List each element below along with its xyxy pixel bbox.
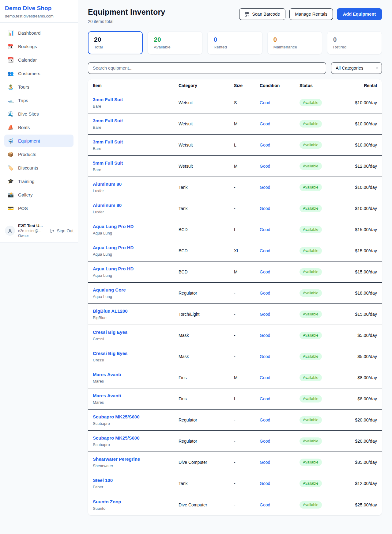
category-select[interactable]: All Categories	[331, 62, 382, 74]
condition-link[interactable]: Good	[260, 481, 270, 486]
sidebar-item-label: Tours	[18, 84, 29, 90]
condition-link[interactable]: Good	[260, 291, 270, 296]
condition-link[interactable]: Good	[260, 312, 270, 317]
item-name-link[interactable]: Aqua Lung Pro HD	[93, 245, 134, 250]
condition-link[interactable]: Good	[260, 418, 270, 422]
item-category: BCD	[179, 269, 234, 274]
condition-link[interactable]: Good	[260, 143, 270, 147]
item-name-link[interactable]: Mares Avanti	[93, 372, 121, 377]
condition-link[interactable]: Good	[260, 375, 270, 380]
item-category: Mask	[179, 333, 234, 338]
stat-card-rented[interactable]: 0 Rented	[207, 31, 262, 54]
sign-out-button[interactable]: Sign Out	[50, 228, 74, 233]
sidebar-item-boats[interactable]: ⛵Boats	[4, 121, 74, 133]
calendar-icon: 📅	[7, 44, 14, 49]
condition-link[interactable]: Good	[260, 439, 270, 444]
sidebar-item-dive-sites[interactable]: 🌊Dive Sites	[4, 108, 74, 120]
item-brand: Bare	[93, 146, 179, 151]
item-brand: Luxfer	[93, 189, 179, 193]
sidebar-item-training[interactable]: 🎓Training	[4, 175, 74, 187]
condition-link[interactable]: Good	[260, 333, 270, 338]
condition-link[interactable]: Good	[260, 354, 270, 359]
sidebar-item-dashboard[interactable]: 📊Dashboard	[4, 27, 74, 39]
item-name-link[interactable]: 3mm Full Suit	[93, 97, 123, 102]
item-name-link[interactable]: Shearwater Peregrine	[93, 456, 140, 462]
item-brand: Luxfer	[93, 210, 179, 214]
rental-price: $15.00/day	[349, 227, 377, 232]
sidebar-item-bookings[interactable]: 📅Bookings	[4, 40, 74, 52]
item-name-link[interactable]: Suunto Zoop	[93, 499, 121, 504]
condition-link[interactable]: Good	[260, 269, 270, 274]
item-name-link[interactable]: Steel 100	[93, 478, 113, 483]
sidebar-item-pos[interactable]: 💳POS	[4, 202, 74, 214]
item-name-link[interactable]: Aqualung Core	[93, 287, 126, 292]
item-brand: Scubapro	[93, 442, 179, 447]
stat-card-available[interactable]: 20 Available	[148, 31, 202, 54]
sidebar-item-calendar[interactable]: 📆Calendar	[4, 54, 74, 66]
sidebar-item-trips[interactable]: 🛥️Trips	[4, 94, 74, 106]
scan-barcode-button[interactable]: Scan Barcode	[239, 8, 285, 20]
sidebar-item-customers[interactable]: 👥Customers	[4, 67, 74, 79]
table-row: Aqua Lung Pro HDAqua Lung BCD XL Good Av…	[88, 240, 382, 261]
item-name-link[interactable]: Aqua Lung Pro HD	[93, 224, 134, 229]
item-name-link[interactable]: 3mm Full Suit	[93, 118, 123, 123]
item-name-link[interactable]: Mares Avanti	[93, 393, 121, 398]
condition-link[interactable]: Good	[260, 121, 270, 126]
condition-link[interactable]: Good	[260, 227, 270, 232]
item-name-link[interactable]: BigBlue AL1200	[93, 308, 128, 314]
column-header-category: Category	[179, 83, 234, 88]
column-header-status: Status	[300, 83, 349, 88]
stat-value: 20	[154, 36, 196, 43]
stat-card-retired[interactable]: 0 Retired	[327, 31, 382, 54]
status-badge: Available	[300, 374, 322, 381]
condition-link[interactable]: Good	[260, 164, 270, 169]
stat-card-total[interactable]: 20 Total	[88, 31, 143, 54]
item-name-link[interactable]: Aluminum 80	[93, 203, 122, 208]
item-name-link[interactable]: Cressi Big Eyes	[93, 330, 127, 335]
column-header-condition: Condition	[260, 83, 300, 88]
search-input[interactable]	[88, 62, 326, 74]
table-row: Aluminum 80Luxfer Tank - Good Available …	[88, 198, 382, 219]
item-brand: Aqua Lung	[93, 294, 179, 299]
item-name-link[interactable]: Aqua Lung Pro HD	[93, 266, 134, 271]
condition-link[interactable]: Good	[260, 248, 270, 253]
table-row: Mares AvantiMares Fins M Good Available …	[88, 367, 382, 388]
sidebar-item-discounts[interactable]: 🏷️Discounts	[4, 162, 74, 174]
table-row: 3mm Full SuitBare Wetsuit S Good Availab…	[88, 92, 382, 113]
stat-card-maintenance[interactable]: 0 Maintenance	[267, 31, 322, 54]
item-brand: Aqua Lung	[93, 252, 179, 257]
tag-icon: 🏷️	[7, 165, 14, 171]
item-name-link[interactable]: Scubapro MK25/S600	[93, 414, 140, 419]
item-brand: Suunto	[93, 506, 179, 511]
item-name-link[interactable]: Scubapro MK25/S600	[93, 435, 140, 441]
condition-link[interactable]: Good	[260, 396, 270, 401]
condition-link[interactable]: Good	[260, 100, 270, 105]
item-name-link[interactable]: 3mm Full Suit	[93, 139, 123, 144]
rental-price: $10.00/day	[349, 143, 377, 147]
stat-label: Total	[94, 45, 137, 49]
condition-link[interactable]: Good	[260, 185, 270, 190]
manage-rentals-button[interactable]: Manage Rentals	[289, 8, 333, 20]
sidebar-item-products[interactable]: 📦Products	[4, 148, 74, 160]
sidebar-item-gallery[interactable]: 📸Gallery	[4, 189, 74, 201]
table-row: BigBlue AL1200BigBlue Torch/Light - Good…	[88, 304, 382, 325]
rental-price: $12.00/day	[349, 481, 377, 486]
table-row: Cressi Big EyesCressi Mask - Good Availa…	[88, 325, 382, 346]
item-name-link[interactable]: Aluminum 80	[93, 181, 122, 187]
condition-link[interactable]: Good	[260, 502, 270, 507]
status-badge: Available	[300, 289, 322, 297]
table-header-row: Item Category Size Condition Status Rent…	[88, 79, 382, 92]
condition-link[interactable]: Good	[260, 460, 270, 465]
item-name-link[interactable]: Cressi Big Eyes	[93, 351, 127, 356]
stats-row: 20 Total 20 Available 0 Rented 0 Mainten…	[88, 31, 382, 54]
status-badge: Available	[300, 437, 322, 445]
add-equipment-button[interactable]: Add Equipment	[337, 8, 382, 20]
sidebar-item-equipment[interactable]: 🤿Equipment	[4, 135, 74, 147]
page-header-titles: Equipment Inventory 20 items total	[88, 8, 165, 24]
sidebar-item-label: Customers	[18, 71, 40, 76]
item-name-link[interactable]: 5mm Full Suit	[93, 160, 123, 166]
brand-link[interactable]: Demo Dive Shop	[5, 5, 72, 12]
item-size: -	[234, 333, 260, 338]
sidebar-item-tours[interactable]: 🏝️Tours	[4, 81, 74, 93]
condition-link[interactable]: Good	[260, 206, 270, 211]
